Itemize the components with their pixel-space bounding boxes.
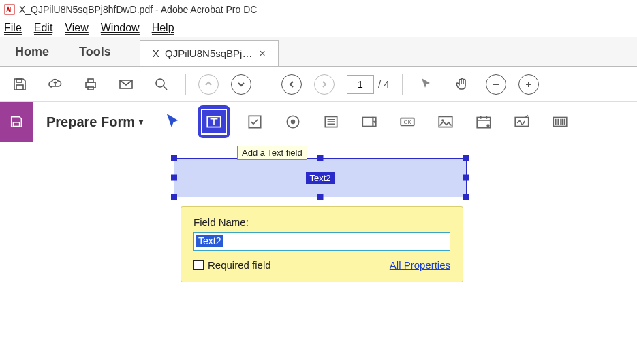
all-properties-link[interactable]: All Properties — [390, 259, 450, 271]
window-title: X_QJPilU8N5sqBPj8hfDwD.pdf - Adobe Acrob… — [19, 4, 257, 15]
radio-tool-icon[interactable] — [279, 108, 307, 135]
selection-tool-icon[interactable] — [159, 108, 187, 135]
tabs-row: Home Tools X_QJPilU8N5sqBPj… × — [0, 37, 637, 67]
date-field-tool-icon[interactable] — [470, 108, 497, 135]
svg-rect-18 — [439, 116, 452, 127]
svg-rect-2 — [16, 85, 23, 90]
required-field-label: Required field — [208, 259, 271, 271]
resize-handle[interactable] — [317, 155, 324, 161]
svg-rect-14 — [362, 118, 373, 127]
dropdown-tool-icon[interactable] — [356, 108, 383, 135]
menu-window[interactable]: Window — [101, 22, 140, 34]
save-icon[interactable] — [8, 73, 31, 96]
menubar: File Edit View Window Help — [0, 19, 637, 37]
button-tool-icon[interactable]: OK — [394, 108, 421, 135]
tab-tools[interactable]: Tools — [64, 38, 126, 66]
field-name-input[interactable] — [193, 232, 450, 251]
svg-rect-8 — [13, 122, 19, 127]
menu-edit[interactable]: Edit — [34, 22, 53, 34]
field-name-label: Field Name: — [193, 216, 450, 228]
required-field-checkbox[interactable]: Required field — [193, 259, 271, 271]
form-tools: OK — [159, 105, 574, 138]
page-total-label: / 4 — [378, 78, 390, 90]
svg-rect-3 — [86, 82, 95, 88]
menu-help[interactable]: Help — [152, 22, 174, 34]
form-field-selection[interactable]: Text2 — [174, 158, 467, 197]
page-indicator: / 4 — [347, 75, 390, 94]
zoom-out-icon[interactable] — [486, 74, 506, 95]
hand-tool-icon[interactable] — [450, 73, 473, 96]
checkbox-icon — [193, 260, 204, 270]
text-field-tool-icon[interactable] — [198, 105, 230, 138]
signature-tool-icon[interactable] — [508, 108, 535, 135]
separator — [185, 74, 186, 95]
tooltip: Add a Text field — [237, 146, 307, 160]
prepare-form-dropdown[interactable]: Prepare Form ▾ — [33, 114, 159, 130]
svg-rect-0 — [5, 5, 14, 14]
zoom-in-icon[interactable] — [518, 74, 539, 95]
menu-file[interactable]: File — [4, 22, 22, 34]
checkbox-tool-icon[interactable] — [241, 108, 268, 135]
cloud-icon[interactable] — [44, 73, 67, 96]
svg-rect-4 — [88, 79, 93, 82]
resize-handle[interactable] — [171, 155, 177, 161]
svg-point-12 — [291, 120, 296, 125]
image-field-tool-icon[interactable] — [432, 108, 459, 135]
page-up-icon[interactable] — [198, 74, 219, 95]
select-tool-icon[interactable] — [415, 73, 438, 96]
resize-handle[interactable] — [171, 175, 177, 181]
print-icon[interactable] — [79, 73, 102, 96]
main-toolbar: / 4 — [0, 67, 637, 102]
svg-point-21 — [486, 124, 489, 127]
document-canvas[interactable]: Add a Text field Text2 Field Name: Text2… — [0, 142, 637, 361]
svg-text:OK: OK — [404, 119, 411, 125]
tab-document-label: X_QJPilU8N5sqBPj… — [153, 48, 253, 59]
form-field-label: Text2 — [306, 172, 334, 184]
page-down-icon[interactable] — [231, 74, 251, 95]
resize-handle[interactable] — [463, 155, 469, 161]
tab-home[interactable]: Home — [0, 38, 64, 66]
prepare-form-label: Prepare Form — [46, 114, 135, 130]
form-toolbar: Prepare Form ▾ OK — [0, 102, 637, 142]
titlebar: X_QJPilU8N5sqBPj8hfDwD.pdf - Adobe Acrob… — [0, 0, 637, 19]
page-next-icon[interactable] — [314, 74, 335, 95]
resize-handle[interactable] — [171, 194, 177, 200]
barcode-tool-icon[interactable] — [546, 108, 574, 135]
save-form-icon[interactable] — [0, 102, 33, 142]
page-prev-icon[interactable] — [281, 74, 302, 95]
svg-rect-1 — [16, 79, 22, 82]
app-icon — [4, 4, 15, 15]
svg-point-7 — [156, 79, 164, 87]
page-number-input[interactable] — [347, 75, 374, 94]
mail-icon[interactable] — [114, 73, 138, 96]
menu-view[interactable]: View — [65, 22, 88, 34]
chevron-down-icon: ▾ — [139, 117, 143, 127]
separator — [402, 74, 403, 95]
resize-handle[interactable] — [463, 175, 469, 181]
search-icon[interactable] — [150, 73, 173, 96]
field-properties-panel: Field Name: Text2 Required field All Pro… — [181, 206, 463, 282]
resize-handle[interactable] — [317, 194, 324, 200]
list-box-tool-icon[interactable] — [317, 108, 345, 135]
tab-close-icon[interactable]: × — [259, 48, 265, 60]
resize-handle[interactable] — [463, 194, 469, 200]
tab-document[interactable]: X_QJPilU8N5sqBPj… × — [140, 40, 279, 66]
